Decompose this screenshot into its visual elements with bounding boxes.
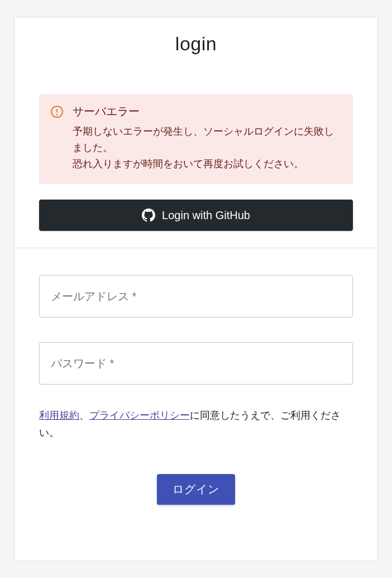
password-field[interactable] (39, 342, 353, 385)
login-card: login サーバエラー 予期しないエラーが発生し、ソーシャルログインに失敗しま… (14, 17, 378, 561)
github-login-button[interactable]: Login with GitHub (39, 200, 353, 231)
error-icon (50, 104, 64, 172)
page-title: login (39, 33, 353, 55)
alert-title: サーバエラー (73, 104, 342, 119)
consent-text: 利用規約、プライバシーポリシーに同意したうえで、ご利用ください。 (39, 407, 353, 441)
github-button-label: Login with GitHub (162, 209, 250, 222)
login-button[interactable]: ログイン (157, 474, 235, 505)
error-alert: サーバエラー 予期しないエラーが発生し、ソーシャルログインに失敗しました。恐れ入… (39, 94, 353, 184)
privacy-link[interactable]: プライバシーポリシー (89, 410, 190, 421)
alert-message: 予期しないエラーが発生し、ソーシャルログインに失敗しました。恐れ入りますが時間を… (73, 124, 342, 172)
alert-body: サーバエラー 予期しないエラーが発生し、ソーシャルログインに失敗しました。恐れ入… (73, 104, 342, 172)
svg-point-2 (57, 115, 58, 115)
github-icon (142, 209, 155, 222)
login-button-wrap: ログイン (39, 474, 353, 505)
divider (15, 248, 377, 248)
consent-separator: 、 (79, 410, 89, 421)
terms-link[interactable]: 利用規約 (39, 410, 79, 421)
email-field[interactable] (39, 275, 353, 318)
